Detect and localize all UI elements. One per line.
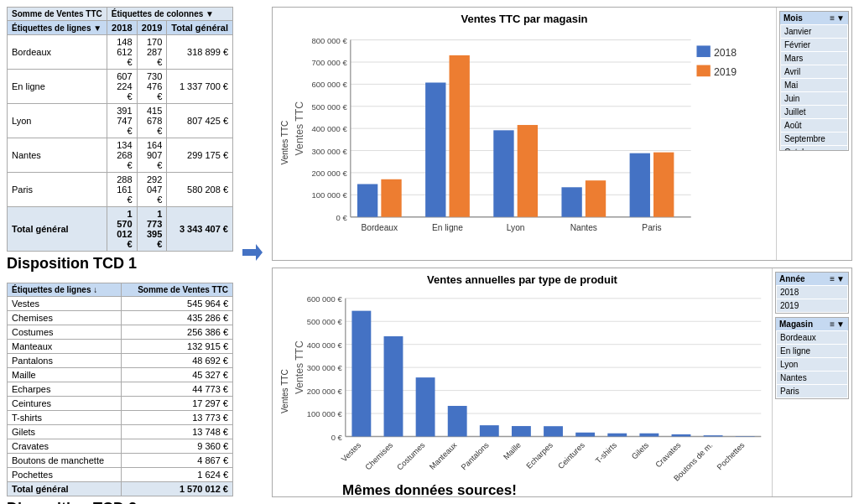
slicer-magasin-item[interactable]: Paris: [777, 385, 847, 397]
slicer-mois-clear-icon[interactable]: ▼: [836, 13, 845, 23]
svg-text:En ligne: En ligne: [432, 223, 463, 232]
slicer-mois-item[interactable]: Octobre: [781, 146, 847, 150]
slicer-mois-item[interactable]: Septembre: [781, 132, 847, 145]
pivot2-value: 17 297 €: [121, 397, 232, 411]
slicer-panel-1: Mois ≡ ▼ JanvierFévrierMarsAvrilMaiJuinJ…: [776, 8, 851, 260]
main-container: Somme de Ventes TTC Étiquettes de colonn…: [0, 0, 859, 504]
svg-rect-63: [448, 406, 467, 436]
svg-text:Lyon: Lyon: [507, 223, 525, 232]
slicer-mois-item[interactable]: Juillet: [781, 106, 847, 118]
pivot2-label: Cravates: [8, 439, 122, 454]
slicer-magasin-list-icon[interactable]: ≡: [830, 320, 835, 329]
pivot2-row: Vestes 545 964 €: [8, 297, 233, 311]
slicer-annee-item[interactable]: 2018: [777, 286, 847, 299]
pivot1-total: 299 175 €: [167, 138, 233, 173]
slicer-mois-list-icon[interactable]: ≡: [830, 13, 835, 23]
slicer-annee-item[interactable]: 2019: [777, 299, 847, 312]
pivot1-row: Nantes 134 268 € 164 907 € 299 175 €: [8, 138, 233, 173]
svg-rect-28: [518, 125, 538, 217]
pivot1-total: 807 425 €: [167, 104, 233, 138]
slicer-mois-items: JanvierFévrierMarsAvrilMaiJuinJuilletAoû…: [780, 24, 848, 150]
pivot2-row: Cravates 9 360 €: [8, 439, 233, 454]
pivot1-2019: 170 287 €: [137, 35, 167, 70]
slicer-mois-item[interactable]: Mai: [781, 79, 847, 91]
svg-rect-27: [493, 130, 513, 216]
pivot1-2019: 292 047 €: [137, 173, 167, 207]
slicer-mois-item[interactable]: Avril: [781, 65, 847, 78]
pivot1-total: 318 899 €: [167, 35, 233, 70]
pivot1-main-header: Somme de Ventes TTC: [8, 8, 107, 21]
pivot1-year-2018: 2018: [107, 21, 137, 35]
pivot2-col1-header[interactable]: Étiquettes de lignes ↓: [8, 283, 122, 297]
pivot1-row: Paris 288 161 € 292 047 € 580 208 €: [8, 173, 233, 207]
svg-text:200 000 €: 200 000 €: [311, 169, 347, 178]
slicer-mois-item[interactable]: Mars: [781, 52, 847, 65]
svg-text:500 000 €: 500 000 €: [311, 102, 347, 112]
pivot2-row: T-shirts 13 773 €: [8, 411, 233, 425]
slicer-mois-item[interactable]: Juin: [781, 92, 847, 105]
slicer-magasin-item[interactable]: Lyon: [777, 358, 847, 371]
svg-text:Paris: Paris: [642, 223, 661, 232]
slicer-mois-item[interactable]: Février: [781, 39, 847, 51]
slicer-mois-item[interactable]: Août: [781, 119, 847, 132]
svg-rect-75: [639, 434, 659, 437]
svg-rect-69: [544, 427, 563, 437]
chart-2-y-label: Ventes TTC: [278, 289, 291, 493]
pivot1-col-header[interactable]: Étiquettes de colonnes ▼: [107, 8, 232, 21]
pivot2-label: Pochettes: [8, 468, 122, 482]
slicer-magasin-item[interactable]: En ligne: [777, 345, 847, 357]
pivot1-2018: 148 612 €: [107, 35, 137, 70]
svg-text:500 000 €: 500 000 €: [307, 318, 343, 327]
left-column: Somme de Ventes TTC Étiquettes de colonn…: [7, 7, 233, 497]
svg-rect-79: [704, 436, 723, 437]
chart-2-box: Ventes annuelles par type de produit Ven…: [272, 268, 852, 497]
pivot2-label: Chemises: [8, 311, 122, 325]
pivot-table-1: Somme de Ventes TTC Étiquettes de colonn…: [7, 7, 233, 252]
svg-text:Nantes: Nantes: [570, 223, 597, 232]
svg-rect-73: [607, 434, 627, 437]
slicer-magasin-item[interactable]: Bordeaux: [777, 331, 847, 344]
svg-text:Ventes TTC: Ventes TTC: [294, 340, 305, 394]
slicer-annee-list-icon[interactable]: ≡: [830, 274, 835, 283]
pivot1-2019: 730 476 €: [137, 70, 167, 104]
chart-1-box: Ventes TTC par magasin Ventes TTC 0 €100…: [272, 7, 852, 261]
pivot1-row-header[interactable]: Étiquettes de lignes ▼: [8, 21, 107, 35]
pivot2-value: 13 748 €: [121, 425, 232, 439]
pivot1-label: En ligne: [8, 70, 107, 104]
svg-text:Maille: Maille: [502, 440, 523, 461]
slicer-magasin-items: BordeauxEn ligneLyonNantesParis: [776, 331, 848, 397]
svg-text:300 000 €: 300 000 €: [311, 147, 347, 156]
pivot2-value: 132 915 €: [121, 340, 232, 354]
svg-rect-57: [351, 311, 371, 437]
svg-rect-77: [672, 434, 691, 437]
chart-2-content: 0 €100 000 €200 000 €300 000 €400 000 €5…: [291, 289, 767, 493]
pivot2-value: 44 773 €: [121, 382, 232, 397]
svg-rect-61: [416, 377, 435, 436]
pivot2-value: 435 286 €: [121, 311, 232, 325]
slicer-mois-header: Mois ≡ ▼: [780, 12, 848, 24]
pivot2-label: T-shirts: [8, 411, 122, 425]
slicer-annee-clear-icon[interactable]: ▼: [836, 274, 845, 283]
slicer-mois-item[interactable]: Janvier: [781, 25, 847, 38]
slicer-magasin-item[interactable]: Nantes: [777, 372, 847, 384]
pivot2-value: 4 867 €: [121, 454, 232, 468]
slicer-annee: Année ≡ ▼ 20182019: [775, 272, 849, 314]
pivot1-2019: 164 907 €: [137, 138, 167, 173]
svg-text:T-shirts: T-shirts: [594, 440, 619, 465]
svg-text:Manteaux: Manteaux: [428, 440, 459, 471]
svg-rect-67: [512, 426, 531, 436]
svg-text:Cravates: Cravates: [653, 440, 683, 470]
chart-2-title: Ventes annuelles par type de produit: [278, 273, 767, 286]
svg-rect-31: [586, 180, 606, 217]
svg-text:0 €: 0 €: [331, 433, 343, 442]
slicer-magasin-clear-icon[interactable]: ▼: [836, 320, 845, 329]
pivot1-row: Lyon 391 747 € 415 678 € 807 425 €: [8, 104, 233, 138]
pivot2-label: Vestes: [8, 297, 122, 311]
chart-2-svg: 0 €100 000 €200 000 €300 000 €400 000 €5…: [291, 289, 767, 493]
chart-1-content: 0 €100 000 €200 000 €300 000 €400 000 €5…: [291, 29, 771, 257]
arrow-1-container: [240, 7, 265, 497]
svg-text:Ventes TTC: Ventes TTC: [294, 101, 305, 156]
chart-1-area: Ventes TTC par magasin Ventes TTC 0 €100…: [273, 8, 776, 260]
svg-text:Bordeaux: Bordeaux: [361, 223, 398, 232]
pivot2-value: 9 360 €: [121, 439, 232, 454]
